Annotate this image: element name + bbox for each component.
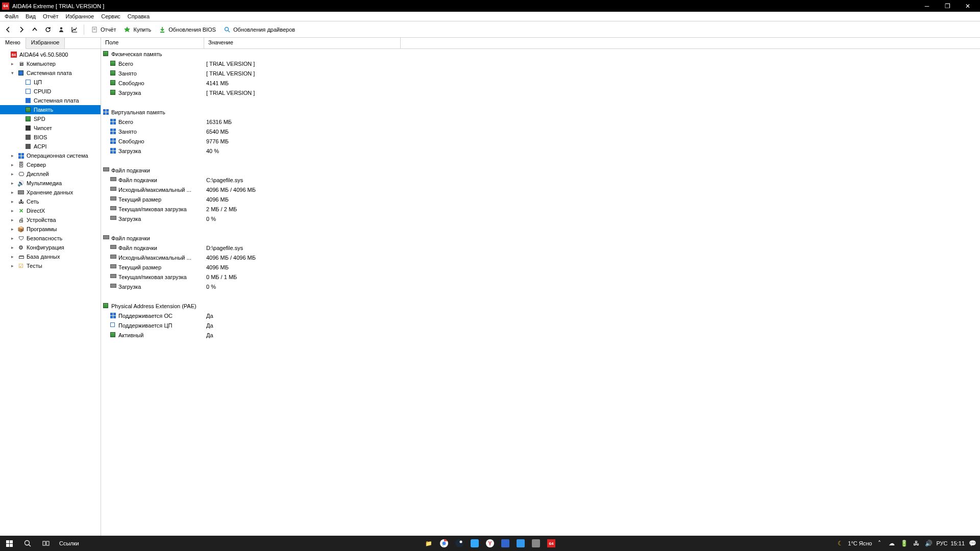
minimize-button[interactable]: ─: [917, 0, 937, 12]
tree-server[interactable]: ▸🗄Сервер: [0, 160, 101, 169]
data-row[interactable]: Исходный/максимальный ...4096 МБ / 4096 …: [101, 253, 980, 262]
app-aida[interactable]: 64: [544, 536, 558, 550]
tree-root[interactable]: 64AIDA64 v6.50.5800: [0, 50, 101, 59]
data-row[interactable]: Загрузка0 %: [101, 214, 980, 223]
menu-report[interactable]: Отчёт: [39, 12, 62, 20]
tree-os[interactable]: ▸Операционная система: [0, 151, 101, 160]
data-row[interactable]: Занято[ TRIAL VERSION ]: [101, 68, 980, 78]
tree-motherboard-sub[interactable]: Системная плата: [0, 96, 101, 105]
driver-update-button[interactable]: Обновления драйверов: [220, 23, 298, 36]
tray-onedrive[interactable]: ☁: [887, 539, 896, 548]
data-row[interactable]: Текущий размер4096 МБ: [101, 194, 980, 204]
tree-multimedia[interactable]: ▸🔊Мультимедиа: [0, 179, 101, 188]
menu-view[interactable]: Вид: [22, 12, 39, 20]
maximize-button[interactable]: ❐: [937, 0, 958, 12]
close-button[interactable]: ✕: [958, 0, 978, 12]
tray-chevron[interactable]: ˄: [875, 539, 884, 548]
weather-text[interactable]: 1°C Ясно: [848, 540, 872, 546]
tray-volume[interactable]: 🔊: [924, 539, 933, 548]
data-row[interactable]: Файл подкачкиD:\pagefile.sys: [101, 243, 980, 253]
data-row[interactable]: Текущий размер4096 МБ: [101, 262, 980, 272]
user-icon[interactable]: [55, 23, 67, 36]
row-value: Да: [204, 322, 213, 329]
start-button[interactable]: [0, 536, 18, 551]
menu-service[interactable]: Сервис: [97, 12, 124, 20]
tree-tests[interactable]: ▸☑Тесты: [0, 261, 101, 270]
tree-storage[interactable]: ▸Хранение данных: [0, 188, 101, 197]
forward-button[interactable]: [15, 23, 28, 36]
back-button[interactable]: [2, 23, 14, 36]
app-chrome[interactable]: [437, 536, 451, 550]
tree-cpu[interactable]: ЦП: [0, 78, 101, 87]
tree-memory[interactable]: Память: [0, 105, 101, 114]
app-blue2[interactable]: [498, 536, 512, 550]
tree-computer[interactable]: ▸🖥Компьютер: [0, 59, 101, 68]
app-gray[interactable]: [529, 536, 543, 550]
motherboard-sub-icon: [24, 97, 32, 104]
tab-menu[interactable]: Меню: [0, 38, 26, 49]
tree-spd[interactable]: SPD: [0, 114, 101, 123]
group-header[interactable]: Physical Address Extension (PAE): [101, 301, 980, 311]
data-row[interactable]: Свободно4141 МБ: [101, 78, 980, 88]
data-row[interactable]: Поддерживается ЦПДа: [101, 320, 980, 330]
data-row[interactable]: Загрузка40 %: [101, 146, 980, 156]
data-row[interactable]: Загрузка0 %: [101, 282, 980, 291]
tree-acpi[interactable]: ACPI: [0, 142, 101, 151]
tree-security[interactable]: ▸🛡Безопасность: [0, 234, 101, 243]
data-row[interactable]: Исходный/максимальный ...4096 МБ / 4096 …: [101, 185, 980, 194]
search-button[interactable]: [18, 536, 37, 551]
menu-file[interactable]: Файл: [1, 12, 22, 20]
data-row[interactable]: Занято6540 МБ: [101, 127, 980, 136]
data-row[interactable]: Текущая/пиковая загрузка2 МБ / 2 МБ: [101, 204, 980, 214]
group-header[interactable]: Физическая память: [101, 49, 980, 59]
data-row[interactable]: Всего16316 МБ: [101, 117, 980, 127]
tree-bios[interactable]: BIOS: [0, 133, 101, 142]
data-row[interactable]: Текущая/пиковая загрузка0 МБ / 1 МБ: [101, 272, 980, 282]
tray-time[interactable]: 15:11: [950, 540, 965, 546]
tree-cpuid[interactable]: CPUID: [0, 87, 101, 96]
group-header[interactable]: Файл подкачки: [101, 233, 980, 243]
tree-config[interactable]: ▸⚙Конфигурация: [0, 243, 101, 252]
data-row[interactable]: Файл подкачкиC:\pagefile.sys: [101, 175, 980, 185]
data-row[interactable]: Загрузка[ TRIAL VERSION ]: [101, 88, 980, 97]
tray-notifications[interactable]: 💬: [968, 539, 977, 548]
tab-favorites[interactable]: Избранное: [26, 38, 65, 48]
data-row[interactable]: Поддерживается ОСДа: [101, 311, 980, 320]
tray-network[interactable]: 🖧: [912, 539, 921, 548]
group-header[interactable]: Файл подкачки: [101, 165, 980, 175]
data-row[interactable]: Свободно9776 МБ: [101, 136, 980, 146]
app-steam[interactable]: [452, 536, 467, 550]
col-value[interactable]: Значение: [204, 38, 401, 48]
app-blue3[interactable]: [513, 536, 528, 550]
bios-update-button[interactable]: Обновления BIOS: [155, 23, 219, 36]
tree-directx[interactable]: ▸✕DirectX: [0, 206, 101, 215]
data-row[interactable]: Всего[ TRIAL VERSION ]: [101, 59, 980, 68]
data-rows[interactable]: Физическая памятьВсего[ TRIAL VERSION ]З…: [101, 49, 980, 536]
buy-button[interactable]: Купить: [120, 23, 154, 36]
tree-chipset[interactable]: Чипсет: [0, 123, 101, 133]
tray-battery[interactable]: 🔋: [899, 539, 909, 548]
app-yandex[interactable]: Y: [483, 536, 497, 550]
tree-database[interactable]: ▸🗃База данных: [0, 252, 101, 261]
tree-programs[interactable]: ▸📦Программы: [0, 224, 101, 234]
tree-network[interactable]: ▸🖧Сеть: [0, 197, 101, 206]
refresh-button[interactable]: [42, 23, 54, 36]
group-header[interactable]: Виртуальная память: [101, 107, 980, 117]
up-button[interactable]: [29, 23, 41, 36]
app-explorer[interactable]: 📁: [422, 536, 436, 550]
weather-icon[interactable]: ☾: [836, 539, 845, 548]
links-label[interactable]: Ссылки: [55, 540, 83, 546]
tray-lang[interactable]: РУС: [936, 540, 947, 546]
menu-help[interactable]: Справка: [124, 12, 153, 20]
report-button[interactable]: Отчёт: [87, 23, 119, 36]
tree[interactable]: 64AIDA64 v6.50.5800 ▸🖥Компьютер ▾Системн…: [0, 49, 101, 536]
menu-favorites[interactable]: Избранное: [62, 12, 97, 20]
tree-devices[interactable]: ▸🖨Устройства: [0, 215, 101, 224]
tree-motherboard[interactable]: ▾Системная плата: [0, 68, 101, 78]
col-field[interactable]: Поле: [101, 38, 204, 48]
graph-icon[interactable]: [68, 23, 81, 36]
taskview-button[interactable]: [37, 536, 55, 551]
tree-display[interactable]: ▸🖵Дисплей: [0, 169, 101, 179]
app-blue1[interactable]: [468, 536, 482, 550]
data-row[interactable]: АктивныйДа: [101, 330, 980, 340]
